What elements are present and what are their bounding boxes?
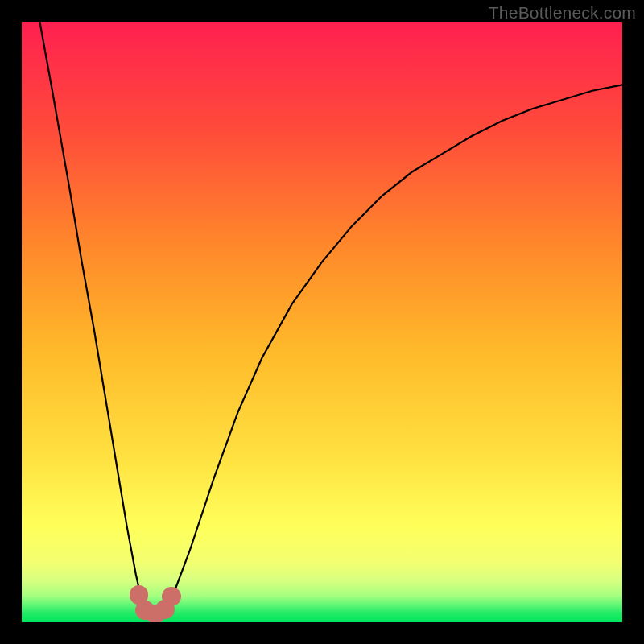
valley-marker-dot xyxy=(162,587,181,606)
watermark-text: TheBottleneck.com xyxy=(489,3,636,23)
chart-frame: TheBottleneck.com xyxy=(0,0,644,644)
curve-svg xyxy=(22,22,622,622)
curve-right xyxy=(154,85,622,615)
plot-area xyxy=(22,22,622,622)
curve-left xyxy=(39,22,154,615)
